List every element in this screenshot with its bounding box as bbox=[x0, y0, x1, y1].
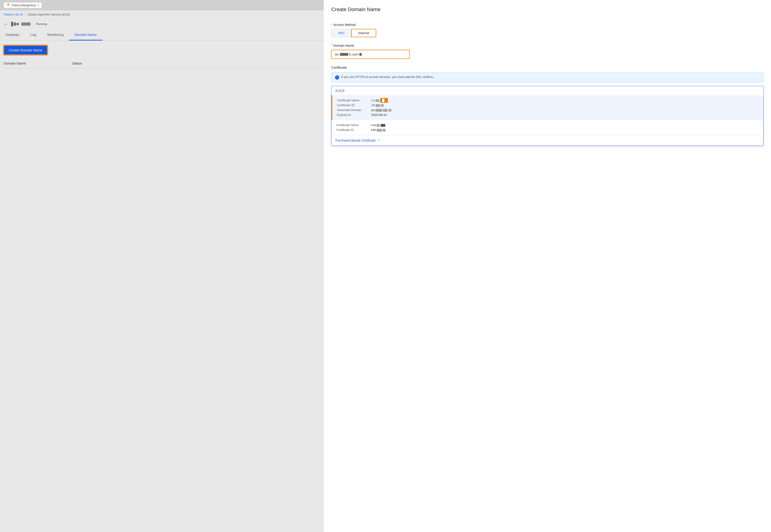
assoc-blurred-1 bbox=[375, 109, 382, 112]
info-icon: i bbox=[335, 75, 339, 80]
certificate-section: Certificate i If you use HTTPS to access… bbox=[331, 65, 764, 146]
tab-domain-name[interactable]: Domain Name bbox=[69, 29, 102, 40]
cert-name-value-2: r-sa bbox=[370, 123, 385, 127]
location-label: China (Hangzhou) bbox=[11, 3, 36, 7]
external-link-icon: ↗ bbox=[377, 139, 379, 142]
info-banner: i If you use HTTPS to access services, y… bbox=[331, 72, 764, 83]
tab-log[interactable]: Log bbox=[25, 29, 42, 40]
cert-id-blurred-2 bbox=[376, 129, 382, 132]
cert-id-value-2: 149 bbox=[370, 128, 385, 132]
required-star-access: * bbox=[331, 23, 332, 27]
top-bar: 📍 China (Hangzhou) ▼ bbox=[0, 0, 324, 10]
assoc-domain-label-1: Associate Domain bbox=[337, 108, 369, 112]
domain-blurred-2 bbox=[359, 53, 362, 56]
expired-label-1: Expired At bbox=[337, 113, 369, 117]
service-icon bbox=[11, 22, 19, 26]
chevron-down-icon: ▼ bbox=[37, 4, 40, 6]
cert-name-blurred-2 bbox=[376, 124, 380, 127]
breadcrumb-child: Elastic Algorithm Service (EAS) bbox=[28, 13, 70, 16]
cert-name-label-2: Certificate Name bbox=[336, 123, 368, 127]
info-text: If you use HTTPS to access services, you… bbox=[341, 75, 435, 79]
service-name bbox=[21, 22, 31, 26]
tab-monitoring[interactable]: Monitoring bbox=[42, 29, 69, 40]
vpc-button[interactable]: VPC bbox=[331, 29, 351, 37]
expired-row-1: Expired At 2025-09-10 bbox=[337, 113, 759, 117]
form-body: * Access Method VPC Internet * Domain Na… bbox=[324, 17, 771, 158]
internet-button[interactable]: Internet bbox=[351, 29, 376, 37]
purchase-upload-link[interactable]: Purchase/Upload Certificate ↗ bbox=[331, 135, 763, 145]
certificate-label: Certificate bbox=[331, 65, 764, 69]
cert-name-blurred-2b bbox=[380, 124, 385, 127]
access-method-label: * Access Method bbox=[331, 23, 764, 27]
domain-prefix: wv bbox=[335, 53, 339, 56]
cert-name-value-1: r-s █1 bbox=[371, 99, 388, 102]
bar-chart-icon bbox=[11, 22, 13, 26]
assoc-blurred-2 bbox=[383, 109, 388, 112]
breadcrumb-parent[interactable]: Platform for AI bbox=[4, 13, 23, 16]
assoc-domain-value-1: ya bbox=[371, 108, 391, 112]
breadcrumb: Platform for AI / Elastic Algorithm Serv… bbox=[0, 10, 324, 19]
service-header: ← Running bbox=[0, 19, 324, 29]
cert-name-label-1: Certificate Name bbox=[337, 99, 369, 102]
cert-id-row-1: Certificate ID 14 bbox=[337, 103, 759, 107]
domain-name-section: * Domain Name wv lc.com bbox=[331, 44, 764, 59]
status-badge: Running bbox=[33, 21, 49, 27]
cert-id-blurred-2b bbox=[383, 129, 385, 132]
certificate-select-wrapper[interactable]: Certificate Name r-s █1 Certificate ID 1… bbox=[331, 86, 764, 146]
table-header: Domain Name Status bbox=[4, 59, 320, 68]
cert-name-row-2: Certificate Name r-sa bbox=[336, 123, 759, 127]
col-status: Status bbox=[72, 61, 82, 65]
domain-name-label: * Domain Name bbox=[331, 44, 764, 47]
bar-chart-icon-3 bbox=[17, 23, 19, 25]
cert-name-row-1: Certificate Name r-s █1 bbox=[337, 99, 759, 102]
domain-blurred-1 bbox=[340, 53, 348, 56]
access-method-section: * Access Method VPC Internet bbox=[331, 23, 764, 37]
required-star-domain: * bbox=[331, 44, 332, 47]
location-selector[interactable]: 📍 China (Hangzhou) ▼ bbox=[4, 2, 42, 8]
access-method-group: VPC Internet bbox=[331, 29, 764, 37]
breadcrumb-separator: / bbox=[25, 13, 26, 16]
cert-id-blurred-1 bbox=[375, 104, 380, 107]
cert-id-label-2: Certificate ID bbox=[336, 128, 368, 132]
cert-name-blurred-1 bbox=[375, 99, 379, 102]
left-content: Create Domain Name Domain Name Status bbox=[0, 41, 324, 532]
certificate-select-input[interactable] bbox=[331, 86, 763, 95]
tab-gateway[interactable]: Gateway bbox=[0, 29, 25, 40]
assoc-domain-row-1: Associate Domain ya bbox=[337, 108, 759, 112]
cert-item-2[interactable]: Certificate Name r-sa Certificate ID 149 bbox=[331, 120, 763, 135]
location-pin-icon: 📍 bbox=[6, 3, 10, 7]
cert-id-row-2: Certificate ID 149 bbox=[336, 128, 759, 132]
back-button[interactable]: ← bbox=[4, 21, 8, 27]
cert-id-blurred-1b bbox=[381, 104, 383, 107]
left-panel: 📍 China (Hangzhou) ▼ Platform for AI / E… bbox=[0, 0, 324, 532]
expired-value-1: 2025-09-10 bbox=[371, 113, 387, 117]
panel-title: Create Domain Name bbox=[324, 0, 771, 17]
bar-chart-icon-2 bbox=[14, 22, 16, 26]
cert-id-value-1: 14 bbox=[371, 103, 383, 107]
tabs-bar: Gateway Log Monitoring Domain Name bbox=[0, 29, 324, 41]
certificate-dropdown: Certificate Name r-s █1 Certificate ID 1… bbox=[331, 95, 763, 146]
create-domain-name-button[interactable]: Create Domain Name bbox=[4, 45, 47, 55]
assoc-blurred-3 bbox=[389, 109, 391, 112]
right-panel: Create Domain Name * Access Method VPC I… bbox=[324, 0, 771, 532]
domain-mid: lc.com bbox=[349, 53, 358, 56]
col-domain-name: Domain Name bbox=[4, 61, 26, 65]
purchase-link-text: Purchase/Upload Certificate bbox=[335, 139, 375, 142]
cert-item-1[interactable]: Certificate Name r-s █1 Certificate ID 1… bbox=[331, 95, 763, 120]
cert-name-highlight-1: █1 bbox=[380, 98, 388, 103]
cert-id-label-1: Certificate ID bbox=[337, 103, 369, 107]
domain-name-input-wrapper[interactable]: wv lc.com bbox=[331, 50, 410, 59]
